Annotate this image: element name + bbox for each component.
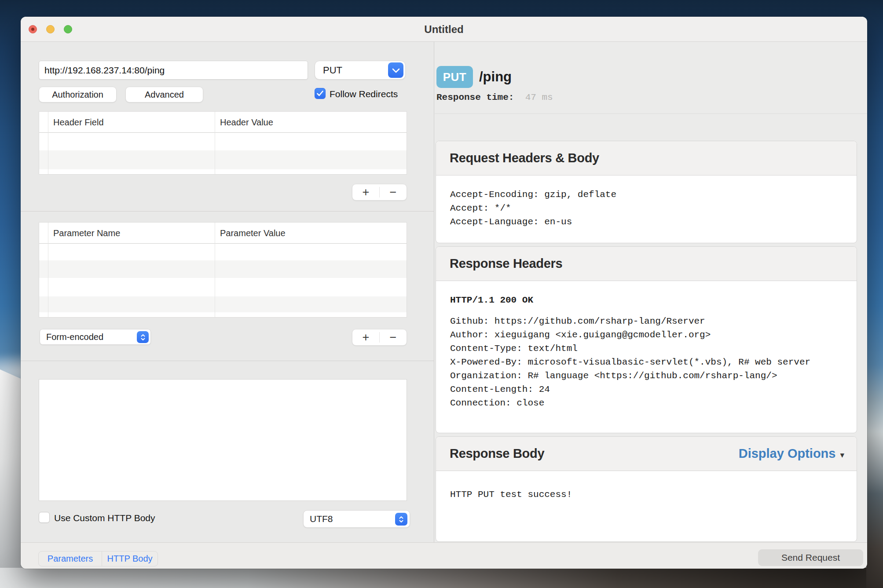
column-divider [215, 112, 215, 174]
request-headers-card: Request Headers & Body Accept-Encoding: … [436, 141, 857, 243]
method-select[interactable]: PUT [315, 61, 406, 80]
response-header-line: Connection: close [450, 396, 843, 410]
card-title: Response Headers [450, 256, 562, 271]
checkmark-icon [317, 91, 323, 96]
response-header-line: X-Powered-By: microsoft-visualbasic-serv… [450, 355, 843, 369]
response-method-badge: PUT [436, 66, 473, 88]
charset-dropdown-value: UTF8 [310, 511, 333, 527]
remove-param-button[interactable]: − [380, 329, 407, 345]
close-icon[interactable] [29, 25, 37, 33]
minus-icon: − [390, 331, 397, 344]
header-field-column[interactable]: Header Field [53, 112, 104, 133]
minus-icon: − [390, 186, 397, 199]
request-header-line: Accept-Language: en-us [450, 215, 843, 229]
response-body-card-header: Response Body Display Options ▾ [436, 437, 857, 471]
window-titlebar[interactable]: Untitled [21, 17, 867, 42]
encoding-dropdown-value: Form-encoded [46, 329, 103, 344]
response-body-card: Response Body Display Options ▾ HTTP PUT… [436, 436, 857, 542]
response-headers-body: HTTP/1.1 200 OK Github: https://github.c… [436, 281, 857, 410]
response-header-line: Author: xieguigang <xie.guigang@gcmodell… [450, 328, 843, 342]
response-time: Response time: 47 ms [436, 92, 553, 102]
response-body-text: HTTP PUT test success! [450, 488, 843, 501]
url-input[interactable] [39, 61, 308, 80]
table-row[interactable] [39, 312, 407, 318]
headers-table-header: Header Field Header Value [39, 112, 407, 133]
response-time-value [520, 92, 525, 102]
http-body-textarea[interactable] [39, 379, 407, 501]
table-row[interactable] [39, 244, 407, 260]
response-time-label: Response time: [436, 92, 514, 102]
response-headers-lines: Github: https://github.com/rsharp-lang/R… [450, 314, 843, 410]
minimize-icon[interactable] [46, 25, 55, 33]
remove-header-button[interactable]: − [380, 184, 407, 200]
window-title: Untitled [21, 17, 867, 42]
add-param-button[interactable]: + [352, 329, 379, 345]
table-row[interactable] [39, 133, 407, 150]
column-divider [48, 223, 48, 317]
chevron-up-down-icon[interactable] [137, 331, 149, 343]
section-divider [21, 211, 434, 212]
request-headers-card-header: Request Headers & Body [436, 141, 857, 175]
use-custom-body-label: Use Custom HTTP Body [54, 513, 155, 523]
table-row[interactable] [39, 169, 407, 175]
desktop-wallpaper: Untitled PUT Authorization Advanced Foll… [0, 0, 883, 588]
table-row[interactable] [39, 296, 407, 312]
app-window: Untitled PUT Authorization Advanced Foll… [21, 17, 867, 569]
traffic-lights [29, 25, 72, 33]
header-value-column[interactable]: Header Value [220, 112, 273, 133]
wallpaper-rocks [0, 568, 883, 588]
table-row[interactable] [39, 278, 407, 296]
response-header-line: Organization: R# language <https://githu… [450, 369, 843, 383]
plus-icon: + [363, 331, 370, 344]
encoding-dropdown[interactable]: Form-encoded [40, 329, 151, 345]
response-header-line: Content-Type: text/html [450, 342, 843, 355]
authorization-button[interactable]: Authorization [39, 87, 117, 102]
headers-table[interactable]: Header Field Header Value [39, 111, 407, 175]
params-table-header: Parameter Name Parameter Value [39, 223, 407, 244]
tab-http-body[interactable]: HTTP Body [102, 551, 158, 566]
response-path: /ping [479, 66, 512, 88]
follow-redirects-checkbox[interactable] [315, 88, 326, 99]
fullscreen-icon[interactable] [64, 25, 72, 33]
plus-icon: + [363, 186, 370, 199]
chevron-up-down-icon[interactable] [395, 513, 407, 526]
table-row[interactable] [39, 260, 407, 278]
response-headers-card-header: Response Headers [436, 247, 857, 281]
charset-dropdown[interactable]: UTF8 [303, 510, 410, 528]
column-divider [215, 223, 215, 317]
chevron-down-icon[interactable] [388, 62, 403, 78]
footer-bar: Parameters HTTP Body Send Request [21, 542, 867, 569]
response-header-line: Github: https://github.com/rsharp-lang/R… [450, 314, 843, 328]
footer-tab-group: Parameters HTTP Body [38, 551, 158, 566]
card-title: Response Body [450, 446, 544, 461]
send-request-button[interactable]: Send Request [758, 549, 863, 566]
tab-parameters[interactable]: Parameters [39, 551, 102, 566]
method-select-value: PUT [323, 61, 342, 79]
param-add-remove-group: + − [352, 329, 407, 346]
parameter-value-column[interactable]: Parameter Value [220, 223, 286, 244]
wallpaper-rocks-right [866, 431, 883, 588]
request-header-line: Accept-Encoding: gzip, deflate [450, 188, 843, 201]
add-header-button[interactable]: + [352, 184, 379, 200]
params-table[interactable]: Parameter Name Parameter Value [39, 222, 407, 318]
response-body-content: HTTP PUT test success! [436, 471, 857, 501]
display-options-button[interactable]: Display Options ▾ [739, 446, 844, 461]
card-title: Request Headers & Body [450, 151, 599, 165]
response-header-line: Content-Length: 24 [450, 383, 843, 396]
parameter-name-column[interactable]: Parameter Name [53, 223, 120, 244]
triangle-down-icon: ▾ [840, 447, 844, 460]
table-row[interactable] [39, 150, 407, 169]
use-custom-body-checkbox[interactable] [39, 512, 50, 523]
advanced-button[interactable]: Advanced [125, 87, 203, 102]
section-divider [21, 361, 434, 361]
header-add-remove-group: + − [352, 184, 407, 201]
response-headers-card: Response Headers HTTP/1.1 200 OK Github:… [436, 246, 857, 433]
response-header-divider [435, 113, 867, 114]
display-options-label: Display Options [739, 446, 836, 461]
request-header-line: Accept: */* [450, 201, 843, 215]
document-edited-dot [31, 28, 34, 31]
request-headers-lines: Accept-Encoding: gzip, deflateAccept: */… [436, 175, 857, 229]
status-line: HTTP/1.1 200 OK [450, 293, 843, 307]
follow-redirects-label: Follow Redirects [330, 89, 398, 99]
column-divider [48, 112, 48, 174]
